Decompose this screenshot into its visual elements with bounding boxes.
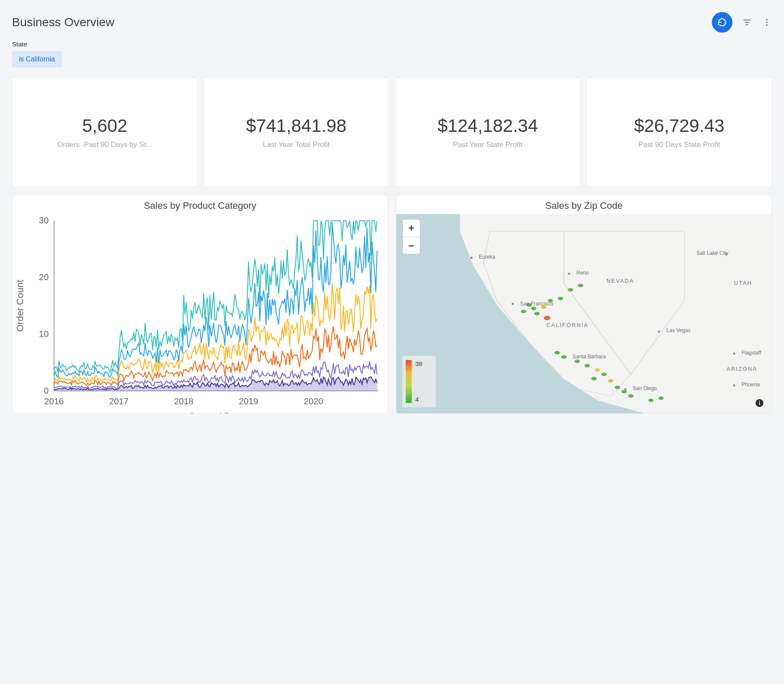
svg-point-34	[615, 385, 620, 389]
svg-point-37	[608, 379, 613, 382]
filter-label: State	[12, 40, 772, 48]
kpi-label: Orders -Past 90 Days by St...	[57, 140, 152, 149]
svg-point-25	[558, 297, 563, 300]
svg-point-36	[628, 394, 633, 398]
svg-text:10: 10	[39, 329, 49, 339]
map-svg	[396, 214, 772, 413]
kpi-label: Past Year State Profit	[453, 140, 523, 149]
kpi-card-state-profit[interactable]: $124,182.34 Past Year State Profit	[395, 78, 581, 187]
filter-button[interactable]	[742, 18, 752, 27]
svg-rect-44	[759, 401, 760, 402]
svg-point-5	[766, 24, 768, 26]
svg-rect-1	[745, 22, 750, 23]
kpi-row: 5,602 Orders -Past 90 Days by St... $741…	[12, 78, 772, 187]
svg-point-28	[544, 316, 551, 320]
svg-rect-0	[744, 20, 751, 21]
info-icon	[755, 398, 764, 408]
svg-point-21	[521, 310, 526, 313]
legend-gradient	[406, 360, 412, 403]
map-canvas[interactable]: + − 38 4 Eureka Reno	[396, 214, 772, 413]
svg-point-23	[541, 305, 546, 309]
svg-text:2017: 2017	[109, 397, 129, 406]
map-zoom-in-button[interactable]: +	[403, 220, 420, 237]
svg-text:30: 30	[39, 216, 49, 225]
refresh-icon	[717, 18, 727, 27]
svg-text:2019: 2019	[239, 397, 258, 406]
svg-point-24	[548, 299, 553, 302]
kpi-card-90day-profit[interactable]: $26,729.43 Past 90 Days State Profit	[587, 78, 772, 187]
filter-section: State is California	[12, 40, 772, 67]
svg-point-40	[648, 399, 653, 402]
map-zoom-controls: + −	[402, 219, 420, 254]
chart-row: Sales by Product Category 01020302016201…	[12, 195, 772, 414]
legend-high: 38	[415, 360, 423, 367]
kpi-label: Last Year Total Profit	[263, 140, 330, 149]
panel-sales-by-zip: Sales by Zip Code	[396, 195, 772, 414]
svg-point-32	[601, 373, 606, 376]
svg-point-3	[766, 19, 768, 21]
map-legend: 38 4	[402, 356, 436, 407]
kpi-label: Past 90 Days State Profit	[638, 140, 720, 149]
svg-rect-2	[746, 24, 748, 25]
map-info-button[interactable]	[753, 397, 766, 409]
svg-point-31	[594, 368, 600, 372]
svg-text:20: 20	[39, 272, 49, 282]
kpi-value: $124,182.34	[438, 116, 538, 136]
overflow-menu-button[interactable]	[762, 18, 772, 27]
kpi-value: $26,729.43	[634, 116, 724, 136]
svg-point-41	[658, 397, 664, 400]
svg-text:2018: 2018	[174, 397, 193, 406]
chart-canvas[interactable]: 010203020162017201820192020Created DateO…	[12, 214, 388, 414]
map-zoom-out-button[interactable]: −	[403, 237, 420, 254]
svg-point-30	[585, 364, 590, 367]
svg-point-26	[568, 288, 573, 291]
svg-text:0: 0	[44, 386, 49, 395]
more-vert-icon	[762, 18, 772, 27]
legend-low: 4	[415, 396, 423, 403]
kpi-value: 5,602	[82, 116, 127, 136]
svg-text:Order Count: Order Count	[15, 280, 25, 332]
page-title: Business Overview	[12, 15, 114, 29]
svg-point-20	[531, 307, 536, 310]
svg-point-35	[622, 390, 627, 394]
svg-point-27	[578, 284, 583, 287]
panel-title: Sales by Product Category	[12, 195, 388, 214]
header-actions	[712, 12, 772, 33]
svg-text:2016: 2016	[44, 397, 64, 406]
sales-chart-svg: 010203020162017201820192020Created DateO…	[12, 214, 388, 414]
panel-sales-by-category: Sales by Product Category 01020302016201…	[12, 195, 388, 414]
refresh-button[interactable]	[712, 12, 732, 33]
svg-point-4	[766, 21, 768, 23]
filter-chip-state[interactable]: is California	[12, 51, 62, 67]
kpi-card-orders[interactable]: 5,602 Orders -Past 90 Days by St...	[12, 78, 198, 187]
svg-text:Created Date: Created Date	[188, 411, 244, 414]
dashboard-header: Business Overview	[12, 12, 772, 33]
svg-point-19	[526, 303, 531, 307]
svg-point-38	[554, 351, 560, 354]
svg-point-22	[534, 312, 539, 315]
kpi-value: $741,841.98	[246, 116, 346, 136]
funnel-icon	[742, 18, 752, 27]
panel-title: Sales by Zip Code	[396, 195, 772, 214]
svg-text:2020: 2020	[304, 397, 323, 406]
svg-point-29	[575, 360, 580, 363]
svg-rect-43	[759, 402, 760, 405]
kpi-card-total-profit[interactable]: $741,841.98 Last Year Total Profit	[204, 78, 389, 187]
svg-point-33	[591, 377, 597, 380]
